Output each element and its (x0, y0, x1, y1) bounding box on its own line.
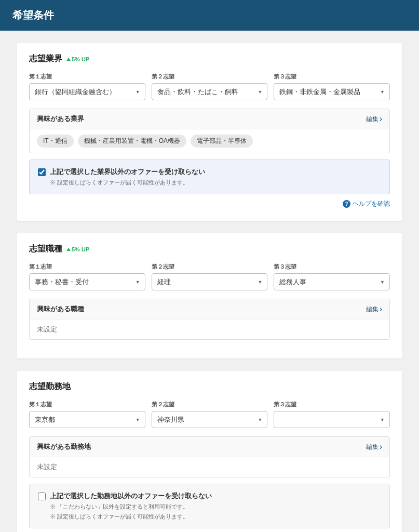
occupation-interested-header: 興味がある職種 編集 (30, 299, 389, 320)
occupation-first-label: 第１志望 (29, 263, 145, 271)
occupation-unset-text: 未設定 (30, 320, 389, 339)
industry-interested-title: 興味がある業界 (37, 114, 84, 124)
location-fields-row: 第１志望 東京都 第２志望 神奈川県 第３志望 (29, 401, 390, 428)
location-third-select-wrapper (274, 411, 390, 428)
industry-edit-link[interactable]: 編集 (366, 114, 382, 124)
location-second-field: 第２志望 神奈川県 (152, 401, 268, 428)
location-section: 志望勤務地 第１志望 東京都 第２志望 神奈川県 第 (17, 371, 402, 532)
location-second-label: 第２志望 (152, 401, 268, 408)
location-interested-title: 興味がある勤務地 (37, 442, 91, 451)
industry-third-select-wrapper: 鉄鋼・非鉄金属・金属製品 (274, 83, 390, 100)
location-checkbox-note1: ※ 「こだわらない」以外を設定すると利用可能です。 (50, 503, 381, 511)
occupation-second-select[interactable]: 経理 (152, 273, 268, 290)
industry-second-label: 第２志望 (152, 73, 268, 81)
industry-checkbox[interactable] (38, 168, 46, 176)
location-first-select-wrapper: 東京都 (29, 411, 145, 428)
occupation-third-select[interactable]: 総務人事 (274, 273, 390, 290)
industry-fields-row: 第１志望 銀行（協同組織金融含む） 第２志望 食品・飲料・たばこ・飼料 第３志望 (29, 73, 390, 100)
industry-first-select-wrapper: 銀行（協同組織金融含む） (29, 83, 145, 100)
industry-help-icon: ? (343, 200, 350, 208)
industry-third-label: 第３志望 (274, 73, 390, 81)
page-title: 希望条件 (12, 8, 407, 22)
occupation-edit-link[interactable]: 編集 (366, 304, 382, 314)
location-first-select[interactable]: 東京都 (29, 411, 145, 428)
industry-interested-subsection: 興味がある業界 編集 IT・通信 機械・産業用装置・電機・OA機器 電子部品・半… (29, 109, 390, 153)
industry-checkbox-label[interactable]: 上記で選択した業界以外のオファーを受け取らない (50, 167, 205, 177)
occupation-third-label: 第３志望 (274, 263, 390, 271)
up-arrow-icon (66, 58, 71, 61)
location-unset-text: 未設定 (30, 457, 389, 477)
occupation-first-select[interactable]: 事務・秘書・受付 (29, 273, 145, 290)
industry-tag-2: 電子部品・半導体 (191, 135, 253, 148)
industry-third-select[interactable]: 鉄鋼・非鉄金属・金属製品 (274, 83, 390, 100)
location-interested-header: 興味がある勤務地 編集 (30, 437, 389, 457)
location-checkbox-row: 上記で選択した勤務地以外のオファーを受け取らない (38, 491, 381, 501)
industry-section: 志望業界 5% UP 第１志望 銀行（協同組織金融含む） 第２志望 食品・ (17, 43, 402, 221)
industry-tags-area: IT・通信 機械・産業用装置・電機・OA機器 電子部品・半導体 (30, 129, 389, 153)
page-header: 希望条件 (0, 0, 419, 31)
location-second-select-wrapper: 神奈川県 (152, 411, 268, 428)
industry-first-select[interactable]: 銀行（協同組織金融含む） (29, 83, 145, 100)
location-first-label: 第１志望 (29, 401, 145, 408)
location-interested-subsection: 興味がある勤務地 編集 未設定 (29, 436, 390, 477)
occupation-second-label: 第２志望 (152, 263, 268, 271)
location-edit-link[interactable]: 編集 (366, 442, 382, 451)
industry-checkbox-section: 上記で選択した業界以外のオファーを受け取らない ※ 設定後しばらくオファーが届く… (29, 159, 390, 194)
industry-first-field: 第１志望 銀行（協同組織金融含む） (29, 73, 145, 100)
industry-second-select-wrapper: 食品・飲料・たばこ・飼料 (152, 83, 268, 100)
location-third-field: 第３志望 (274, 401, 390, 428)
up-arrow-icon-occ (66, 248, 71, 251)
industry-third-field: 第３志望 鉄鋼・非鉄金属・金属製品 (274, 73, 390, 100)
occupation-badge: 5% UP (66, 246, 89, 252)
occupation-third-field: 第３志望 総務人事 (274, 263, 390, 290)
industry-second-select[interactable]: 食品・飲料・たばこ・飼料 (152, 83, 268, 100)
location-checkbox-note2: ※ 設定後しばらくオファーが届く可能性があります。 (50, 513, 381, 521)
industry-checkbox-note: ※ 設定後しばらくオファーが届く可能性があります。 (50, 179, 381, 187)
occupation-fields-row: 第１志望 事務・秘書・受付 第２志望 経理 第３志望 (29, 263, 390, 290)
occupation-interested-title: 興味がある職種 (37, 304, 84, 314)
occupation-second-field: 第２志望 経理 (152, 263, 268, 290)
occupation-interested-subsection: 興味がある職種 編集 未設定 (29, 299, 390, 340)
occupation-section: 志望職種 5% UP 第１志望 事務・秘書・受付 第２志望 経理 (17, 233, 402, 358)
location-checkbox[interactable] (38, 493, 46, 500)
occupation-section-title: 志望職種 5% UP (29, 244, 390, 255)
industry-checkbox-row: 上記で選択した業界以外のオファーを受け取らない (38, 167, 381, 177)
industry-tag-0: IT・通信 (37, 135, 74, 148)
industry-first-label: 第１志望 (29, 73, 145, 81)
location-section-title: 志望勤務地 (29, 381, 390, 392)
industry-section-title: 志望業界 5% UP (29, 54, 390, 64)
industry-interested-header: 興味がある業界 編集 (30, 109, 389, 129)
industry-badge: 5% UP (66, 56, 89, 62)
location-second-select[interactable]: 神奈川県 (152, 411, 268, 428)
occupation-third-select-wrapper: 総務人事 (274, 273, 390, 290)
location-checkbox-section: 上記で選択した勤務地以外のオファーを受け取らない ※ 「こだわらない」以外を設定… (29, 484, 390, 528)
location-checkbox-label[interactable]: 上記で選択した勤務地以外のオファーを受け取らない (50, 491, 212, 501)
occupation-first-field: 第１志望 事務・秘書・受付 (29, 263, 145, 290)
location-first-field: 第１志望 東京都 (29, 401, 145, 428)
industry-help-row: ? ヘルプを確認 (29, 200, 390, 208)
location-third-select[interactable] (274, 411, 390, 428)
occupation-second-select-wrapper: 経理 (152, 273, 268, 290)
industry-help-link[interactable]: ヘルプを確認 (353, 200, 390, 208)
occupation-first-select-wrapper: 事務・秘書・受付 (29, 273, 145, 290)
location-third-label: 第３志望 (274, 401, 390, 408)
industry-tag-1: 機械・産業用装置・電機・OA機器 (78, 135, 186, 148)
page-content: 志望業界 5% UP 第１志望 銀行（協同組織金融含む） 第２志望 食品・ (0, 31, 419, 532)
industry-second-field: 第２志望 食品・飲料・たばこ・飼料 (152, 73, 268, 100)
